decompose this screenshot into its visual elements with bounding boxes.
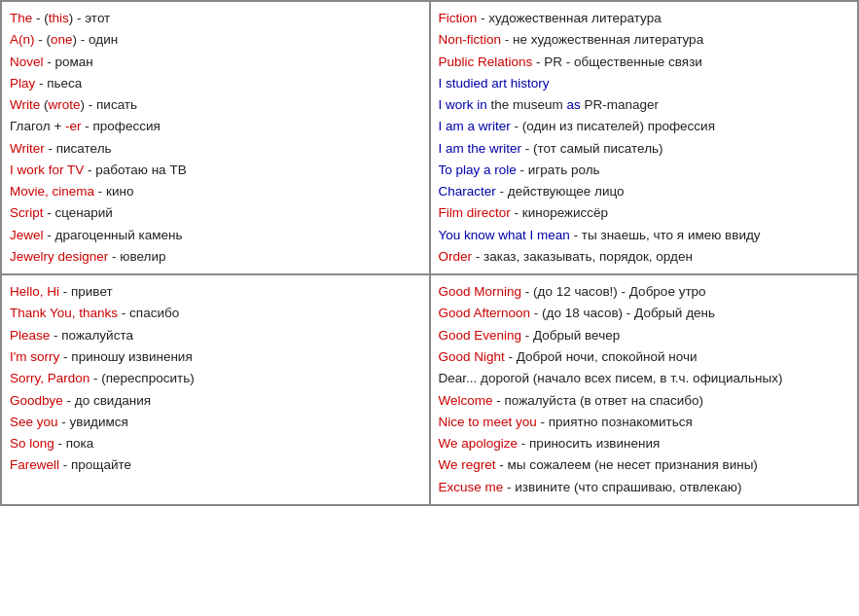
text-part: - Доброй ночи, спокойной ночи xyxy=(505,349,698,364)
text-part: - мы сожалеем (не несет признания вины) xyxy=(496,457,758,472)
text-part: - кинорежиссёр xyxy=(511,205,608,220)
text-part: A(n) xyxy=(10,32,35,47)
text-part: Order xyxy=(439,249,473,264)
cell-bottom-right: Good Morning - (до 12 часов!) - Доброе у… xyxy=(430,274,859,505)
text-part: - (до 18 часов) - Добрый день xyxy=(530,306,715,320)
text-part: - ( xyxy=(32,11,49,25)
text-part: Good Evening xyxy=(439,328,522,343)
text-part: I work for xyxy=(10,163,67,177)
text-part: ) - этот xyxy=(69,11,111,25)
text-part: - кино xyxy=(94,184,133,199)
text-part: I am a writer xyxy=(439,119,511,133)
text-part: We apologize xyxy=(439,436,519,451)
line: Novel - роман xyxy=(10,52,421,73)
text-part: - ювелир xyxy=(108,249,165,264)
text-part: You know what I mean xyxy=(439,228,570,242)
text-part: - до свидания xyxy=(63,393,151,408)
text-part: Farewell xyxy=(10,457,59,472)
text-part: Novel xyxy=(10,54,44,69)
text-part: wrote xyxy=(49,97,81,112)
line: Good Morning - (до 12 часов!) - Доброе у… xyxy=(439,281,850,303)
text-part: The xyxy=(10,11,32,25)
text-part: Write xyxy=(10,97,40,112)
line: Non-fiction - не художественная литерату… xyxy=(439,29,850,51)
text-part: Hello, Hi xyxy=(10,284,59,299)
line: To play a role - играть роль xyxy=(439,160,850,181)
text-part: дорогой (начало всех писем, в т.ч. офици… xyxy=(477,371,782,385)
text-part: - роман xyxy=(44,54,93,69)
text-part: the museum xyxy=(487,97,567,112)
text-part: Fiction xyxy=(439,11,478,25)
text-part: - PR - общественные связи xyxy=(532,54,702,69)
text-part: - извините (что спрашиваю, отвлекаю) xyxy=(503,480,741,494)
text-part: TV xyxy=(67,163,84,177)
text-part: - работаю на ТВ xyxy=(84,163,186,177)
line: Script - сценарий xyxy=(10,202,421,224)
text-part: - не художественная литература xyxy=(501,32,703,47)
line: I am a writer - (один из писателей) проф… xyxy=(439,116,850,137)
text-part: - (переспросить) xyxy=(89,371,194,385)
line: I studied art history xyxy=(439,73,850,94)
text-part: - пожалуйста (в ответ на спасибо) xyxy=(493,393,704,408)
text-part: - прощайте xyxy=(59,457,131,472)
text-part: See you xyxy=(10,415,58,429)
text-part: - сценарий xyxy=(44,205,113,220)
text-part: -er xyxy=(65,119,82,133)
text-part: Глагол + xyxy=(10,119,65,133)
line: Order - заказ, заказывать, порядок, орде… xyxy=(439,246,850,268)
text-part: - Добрый вечер xyxy=(521,328,620,343)
line: Goodbye - до свидания xyxy=(10,390,421,412)
text-part: - приношу извинения xyxy=(59,349,192,364)
text-part: Non-fiction xyxy=(439,32,502,47)
line: Character - действующее лицо xyxy=(439,181,850,202)
text-part: Character xyxy=(439,184,496,199)
text-part: Please xyxy=(10,328,50,343)
line: You know what I mean - ты знаешь, что я … xyxy=(439,225,850,246)
text-part: - спасибо xyxy=(118,306,179,320)
line: Good Night - Доброй ночи, спокойной ночи xyxy=(439,346,850,368)
text-part: - профессия xyxy=(82,119,161,133)
text-part: Play xyxy=(10,76,35,91)
text-part: - драгоценный камень xyxy=(44,228,183,242)
line: I am the writer - (тот самый писатель) xyxy=(439,138,850,160)
line: Writer - писатель xyxy=(10,138,421,160)
text-part: - пока xyxy=(54,436,94,451)
text-part: Good Afternoon xyxy=(439,306,531,320)
text-part: Thank You, thanks xyxy=(10,306,118,320)
line: Sorry, Pardon - (переспросить) xyxy=(10,368,421,389)
line: I work in the museum as PR-manager xyxy=(439,94,850,116)
text-part: Script xyxy=(10,205,44,220)
line: I'm sorry - приношу извинения xyxy=(10,346,421,368)
text-part: one xyxy=(51,32,73,47)
text-part: I studied art history xyxy=(439,76,550,91)
line: I work for TV - работаю на ТВ xyxy=(10,160,421,181)
text-part: ) - писать xyxy=(81,97,138,112)
text-part: Excuse me xyxy=(439,480,504,494)
line: Jewelry designer - ювелир xyxy=(10,246,421,268)
text-part: - художественная литература xyxy=(477,11,661,25)
text-part: To play a role xyxy=(439,163,517,177)
text-part: - (тот самый писатель) xyxy=(521,141,663,156)
line: Fiction - художественная литература xyxy=(439,8,850,29)
text-part: I am the writer xyxy=(439,141,522,156)
line: Nice to meet you - приятно познакомиться xyxy=(439,412,850,433)
text-part: as xyxy=(567,97,581,112)
line: Hello, Hi - привет xyxy=(10,281,421,303)
line: Please - пожалуйста xyxy=(10,325,421,346)
text-part: I'm sorry xyxy=(10,349,59,364)
text-part: Public Relations xyxy=(439,54,533,69)
text-part: Good Morning xyxy=(439,284,522,299)
line: Write (wrote) - писать xyxy=(10,94,421,116)
text-part: We regret xyxy=(439,457,496,472)
text-part: - (один из писателей) профессия xyxy=(511,119,715,133)
text-part: - писатель xyxy=(45,141,112,156)
text-part: Movie, cinema xyxy=(10,184,94,199)
text-part: Good Night xyxy=(439,349,505,364)
text-part: - заказ, заказывать, порядок, орден xyxy=(472,249,693,264)
text-part: ) - один xyxy=(73,32,119,47)
text-part: Dear... xyxy=(439,371,478,385)
line: Good Evening - Добрый вечер xyxy=(439,325,850,346)
text-part: - ( xyxy=(35,32,52,47)
line: The - (this) - этот xyxy=(10,8,421,29)
line: We apologize - приносить извинения xyxy=(439,433,850,454)
